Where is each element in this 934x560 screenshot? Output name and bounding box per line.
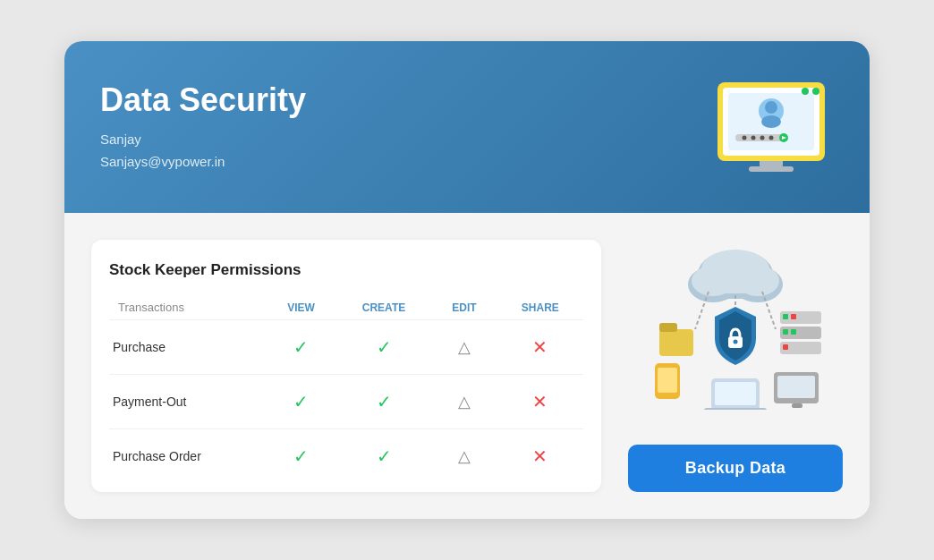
- cross-icon: ✕: [532, 446, 548, 466]
- col-edit: EDIT: [431, 295, 497, 320]
- svg-rect-46: [715, 382, 756, 405]
- main-card: Data Security Sanjay Sanjays@vypower.in: [64, 41, 870, 519]
- cross-icon: ✕: [532, 392, 548, 412]
- row-view: ✓: [266, 375, 336, 429]
- check-icon: ✓: [377, 392, 392, 412]
- monitor-illustration: [709, 73, 834, 181]
- header-text: Data Security Sanjay Sanjays@vypower.in: [100, 81, 306, 174]
- row-view: ✓: [266, 320, 336, 375]
- check-icon: ✓: [293, 392, 309, 412]
- svg-rect-1: [749, 166, 794, 172]
- header-section: Data Security Sanjay Sanjays@vypower.in: [64, 41, 870, 213]
- backup-data-button[interactable]: Backup Data: [628, 445, 843, 492]
- svg-point-11: [760, 136, 765, 140]
- check-icon: ✓: [377, 337, 392, 357]
- row-edit: △: [431, 375, 497, 429]
- table-row: Purchase ✓ ✓ △ ✕: [109, 320, 583, 375]
- table-row: Payment-Out ✓ ✓ △ ✕: [109, 375, 583, 429]
- svg-rect-39: [783, 344, 788, 350]
- row-name: Payment-Out: [109, 375, 266, 429]
- warn-icon: △: [458, 338, 471, 356]
- svg-point-9: [743, 136, 747, 140]
- warn-icon: △: [458, 393, 471, 411]
- svg-point-12: [769, 136, 774, 140]
- warn-icon: △: [458, 447, 471, 465]
- svg-rect-36: [783, 329, 788, 335]
- check-icon: ✓: [293, 337, 309, 357]
- check-icon: ✓: [377, 446, 392, 466]
- svg-point-16: [812, 88, 819, 95]
- row-name: Purchase: [109, 320, 266, 375]
- permissions-title: Stock Keeper Permissions: [109, 261, 583, 279]
- svg-rect-31: [659, 323, 677, 332]
- row-create: ✓: [336, 375, 431, 429]
- col-create: CREATE: [336, 295, 431, 320]
- user-email: Sanjays@vypower.in: [100, 150, 306, 174]
- row-name: Purchase Order: [109, 429, 266, 484]
- svg-rect-30: [659, 329, 693, 356]
- row-edit: △: [431, 320, 497, 375]
- svg-rect-41: [658, 368, 677, 393]
- row-share: ✕: [497, 320, 583, 375]
- row-share: ✕: [497, 429, 583, 484]
- row-create: ✓: [336, 429, 431, 484]
- svg-rect-47: [704, 408, 767, 410]
- table-row: Purchase Order ✓ ✓ △ ✕: [109, 429, 583, 484]
- svg-point-7: [761, 115, 781, 128]
- svg-point-10: [751, 136, 756, 140]
- user-name: Sanjay: [100, 128, 306, 151]
- svg-point-29: [734, 340, 738, 344]
- svg-rect-24: [713, 274, 758, 293]
- security-illustration: [641, 240, 829, 410]
- row-edit: △: [431, 429, 497, 484]
- svg-rect-34: [791, 314, 796, 319]
- body-section: Stock Keeper Permissions Transactions VI…: [64, 213, 870, 519]
- col-share: SHARE: [497, 295, 583, 320]
- svg-rect-43: [777, 376, 815, 398]
- svg-point-15: [802, 88, 809, 95]
- svg-point-6: [765, 101, 777, 114]
- col-transaction: Transactions: [109, 295, 266, 320]
- svg-rect-44: [792, 403, 802, 408]
- row-share: ✕: [497, 375, 583, 429]
- permissions-table: Transactions VIEW CREATE EDIT SHARE Purc…: [109, 295, 583, 483]
- page-title: Data Security: [100, 81, 306, 119]
- permissions-section: Stock Keeper Permissions Transactions VI…: [91, 240, 601, 492]
- cross-icon: ✕: [532, 337, 548, 357]
- right-panel: Backup Data: [628, 240, 843, 492]
- svg-rect-33: [783, 314, 788, 319]
- row-create: ✓: [336, 320, 431, 375]
- svg-rect-37: [791, 329, 796, 335]
- check-icon: ✓: [293, 446, 309, 466]
- row-view: ✓: [266, 429, 336, 484]
- col-view: VIEW: [266, 295, 336, 320]
